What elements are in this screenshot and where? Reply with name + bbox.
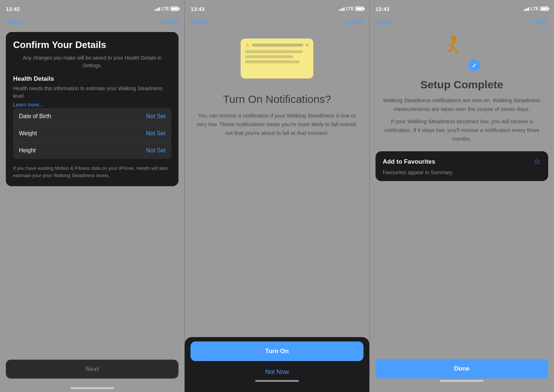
signal-icon-2 xyxy=(339,7,345,11)
table-row-weight[interactable]: Weight Not Set xyxy=(13,125,171,142)
status-time-1: 13:42 xyxy=(6,6,20,12)
content-area-1: Confirm Your Details Any changes you mak… xyxy=(0,28,184,355)
learn-more-link[interactable]: Learn more... xyxy=(13,102,43,108)
svg-line-5 xyxy=(453,47,456,51)
back-label-3: Back xyxy=(379,18,392,25)
not-now-button[interactable]: Not Now xyxy=(190,365,363,379)
status-icons-2: LTE xyxy=(339,6,364,11)
status-bar-3: 13:43 LTE xyxy=(370,0,554,16)
lte-label-3: LTE xyxy=(531,6,539,11)
status-time-3: 13:43 xyxy=(376,6,389,12)
table-row-height[interactable]: Height Not Set xyxy=(13,142,171,159)
nav-bar-1: ‹ Back Cancel xyxy=(0,16,184,28)
details-card: Confirm Your Details Any changes you mak… xyxy=(6,32,178,186)
walker-svg xyxy=(443,35,469,60)
chevron-icon-3: ‹ xyxy=(376,18,378,25)
bottom-bar-1: Next xyxy=(0,355,184,386)
nav-bar-2: ‹ Back Cancel xyxy=(185,16,369,28)
next-button[interactable]: Next xyxy=(6,360,178,379)
notif-line-3 xyxy=(245,60,300,63)
back-button-1[interactable]: ‹ Back xyxy=(6,18,23,25)
content-area-2: ⚠ ✕ Turn On Notifications? You can recei… xyxy=(185,28,369,337)
card-subtitle-1: Any changes you make will be saved to yo… xyxy=(13,54,171,69)
notifications-body: You can receive a notification if your W… xyxy=(190,111,363,137)
battery-icon-3 xyxy=(540,7,548,11)
table-row-dob[interactable]: Date of Birth Not Set xyxy=(13,108,171,125)
back-label-1: Back xyxy=(9,18,23,25)
cancel-button-1[interactable]: Cancel xyxy=(161,18,179,25)
svg-line-7 xyxy=(456,51,458,52)
cancel-button-2[interactable]: Cancel xyxy=(345,18,364,25)
back-button-2[interactable]: ‹ Back xyxy=(190,18,207,25)
signal-icon-3 xyxy=(524,7,529,11)
star-icon[interactable]: ☆ xyxy=(534,157,541,167)
setup-body-2: If your Walking Steadiness becomes low, … xyxy=(376,117,548,143)
chevron-icon-1: ‹ xyxy=(6,18,8,25)
notif-line-1 xyxy=(245,50,302,53)
home-indicator-2 xyxy=(255,380,299,382)
setup-body-1: Walking Steadiness notifications are now… xyxy=(376,96,548,113)
favourites-title: Add to Favourites xyxy=(383,158,435,165)
home-indicator-1 xyxy=(71,387,114,389)
health-desc: Health needs this information to estimat… xyxy=(13,85,171,100)
screen2-bottom: Turn On Not Now xyxy=(185,337,369,392)
notifications-title: Turn On Notifications? xyxy=(223,93,331,105)
favourites-card: Add to Favourites ☆ Favourites appear in… xyxy=(376,151,548,181)
favourites-header: Add to Favourites ☆ xyxy=(383,157,541,167)
done-button[interactable]: Done xyxy=(376,359,548,379)
status-icons-1: LTE xyxy=(154,6,179,11)
chevron-icon-2: ‹ xyxy=(190,18,193,25)
card-title-1: Confirm Your Details xyxy=(13,39,171,51)
back-button-3[interactable]: ‹ Back xyxy=(376,18,392,25)
notif-box: ⚠ ✕ xyxy=(241,39,313,79)
health-table: Date of Birth Not Set Weight Not Set Hei… xyxy=(13,108,171,159)
svg-line-4 xyxy=(450,47,453,51)
status-icons-3: LTE xyxy=(524,6,548,11)
walking-illustration: ✓ xyxy=(443,35,480,71)
status-bar-1: 13:42 LTE xyxy=(0,0,184,16)
height-value: Not Set xyxy=(146,147,165,154)
battery-icon-2 xyxy=(356,7,364,11)
screen-notifications: 13:43 LTE ‹ Back Cancel ⚠ xyxy=(184,0,369,392)
back-label-2: Back xyxy=(194,18,207,25)
home-indicator-3 xyxy=(440,380,483,382)
screen3-bottom: Done xyxy=(370,355,554,392)
motion-note: If you have existing Motion & Fitness da… xyxy=(13,165,171,179)
battery-icon-1 xyxy=(170,7,178,11)
cancel-button-3[interactable]: Cancel xyxy=(530,18,548,25)
screen-setup-complete: 13:43 LTE ‹ Back Cancel xyxy=(369,0,554,392)
warning-icon: ⚠ xyxy=(245,42,250,48)
content-area-3: ✓ Setup Complete Walking Steadiness noti… xyxy=(370,28,554,355)
status-bar-2: 13:43 LTE xyxy=(185,0,369,16)
dob-label: Date of Birth xyxy=(19,113,51,120)
notification-illustration: ⚠ ✕ xyxy=(237,35,317,82)
weight-value: Not Set xyxy=(146,130,165,137)
svg-point-0 xyxy=(451,36,456,41)
svg-line-6 xyxy=(448,51,450,51)
lte-label-1: LTE xyxy=(161,6,169,11)
favourites-desc: Favourites appear in Summary. xyxy=(383,169,541,175)
setup-complete-title: Setup Complete xyxy=(420,79,503,91)
nav-bar-3: ‹ Back Cancel xyxy=(370,16,554,28)
lte-label-2: LTE xyxy=(346,6,354,11)
dob-value: Not Set xyxy=(146,113,165,120)
screen-confirm-details: 13:42 LTE ‹ Back Cancel Confirm Your Det… xyxy=(0,0,184,392)
weight-label: Weight xyxy=(19,130,37,137)
notif-title-bar xyxy=(252,44,303,47)
signal-icon-1 xyxy=(154,7,160,11)
health-section-title: Health Details xyxy=(13,75,171,83)
height-label: Height xyxy=(19,147,36,154)
turn-on-button[interactable]: Turn On xyxy=(190,341,363,361)
notif-line-2 xyxy=(245,55,293,58)
status-time-2: 13:43 xyxy=(190,6,204,12)
notif-close-icon: ✕ xyxy=(305,43,309,48)
check-badge: ✓ xyxy=(468,60,480,71)
